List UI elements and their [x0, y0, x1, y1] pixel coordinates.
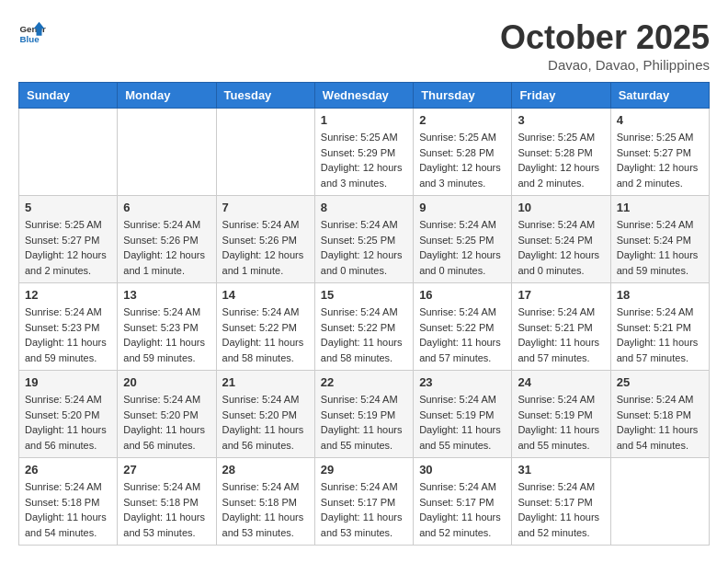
day-number: 26: [25, 463, 111, 477]
day-number: 17: [518, 288, 604, 302]
day-number: 1: [321, 113, 407, 127]
day-info: Sunrise: 5:24 AMSunset: 5:23 PMDaylight:…: [25, 304, 111, 365]
day-number: 15: [321, 288, 407, 302]
day-info: Sunrise: 5:24 AMSunset: 5:21 PMDaylight:…: [518, 304, 604, 365]
calendar-cell: 20Sunrise: 5:24 AMSunset: 5:20 PMDayligh…: [118, 371, 216, 458]
day-info: Sunrise: 5:24 AMSunset: 5:17 PMDaylight:…: [321, 479, 407, 540]
day-number: 21: [222, 375, 309, 389]
weekday-header-saturday: Saturday: [610, 83, 709, 109]
day-info: Sunrise: 5:24 AMSunset: 5:25 PMDaylight:…: [419, 217, 506, 278]
calendar-cell: 13Sunrise: 5:24 AMSunset: 5:23 PMDayligh…: [118, 283, 216, 371]
day-info: Sunrise: 5:25 AMSunset: 5:28 PMDaylight:…: [518, 130, 604, 190]
day-info: Sunrise: 5:24 AMSunset: 5:25 PMDaylight:…: [321, 217, 407, 278]
calendar-cell: 5Sunrise: 5:25 AMSunset: 5:27 PMDaylight…: [19, 196, 118, 283]
calendar-cell: 31Sunrise: 5:24 AMSunset: 5:17 PMDayligh…: [512, 458, 610, 546]
day-info: Sunrise: 5:24 AMSunset: 5:20 PMDaylight:…: [123, 392, 210, 453]
day-number: 18: [617, 288, 703, 302]
day-info: Sunrise: 5:24 AMSunset: 5:24 PMDaylight:…: [617, 217, 703, 278]
day-number: 11: [617, 201, 703, 214]
calendar-cell: [118, 109, 216, 196]
weekday-header-thursday: Thursday: [414, 83, 512, 109]
day-info: Sunrise: 5:24 AMSunset: 5:23 PMDaylight:…: [123, 304, 210, 365]
day-info: Sunrise: 5:24 AMSunset: 5:19 PMDaylight:…: [518, 392, 604, 453]
calendar-table: SundayMondayTuesdayWednesdayThursdayFrid…: [18, 82, 710, 546]
day-number: 23: [419, 375, 506, 389]
day-info: Sunrise: 5:24 AMSunset: 5:21 PMDaylight:…: [617, 304, 703, 365]
calendar-cell: 19Sunrise: 5:24 AMSunset: 5:20 PMDayligh…: [19, 371, 118, 458]
day-info: Sunrise: 5:24 AMSunset: 5:17 PMDaylight:…: [419, 479, 506, 540]
day-info: Sunrise: 5:25 AMSunset: 5:27 PMDaylight:…: [617, 130, 703, 190]
day-number: 8: [321, 201, 407, 214]
calendar-cell: [610, 458, 709, 546]
calendar-cell: 26Sunrise: 5:24 AMSunset: 5:18 PMDayligh…: [19, 458, 118, 546]
calendar-cell: 7Sunrise: 5:24 AMSunset: 5:26 PMDaylight…: [216, 196, 314, 283]
calendar-cell: [19, 109, 118, 196]
day-number: 6: [123, 201, 210, 214]
day-info: Sunrise: 5:25 AMSunset: 5:28 PMDaylight:…: [419, 130, 506, 190]
day-number: 31: [518, 463, 604, 477]
day-number: 2: [419, 113, 506, 127]
day-number: 12: [25, 288, 111, 302]
day-number: 27: [123, 463, 210, 477]
calendar-cell: 25Sunrise: 5:24 AMSunset: 5:18 PMDayligh…: [610, 371, 709, 458]
weekday-header-tuesday: Tuesday: [216, 83, 314, 109]
calendar-cell: 21Sunrise: 5:24 AMSunset: 5:20 PMDayligh…: [216, 371, 314, 458]
calendar-cell: [216, 109, 314, 196]
calendar-cell: 1Sunrise: 5:25 AMSunset: 5:29 PMDaylight…: [314, 109, 413, 196]
day-info: Sunrise: 5:24 AMSunset: 5:18 PMDaylight:…: [25, 479, 111, 540]
day-number: 14: [222, 288, 309, 302]
svg-text:General: General: [20, 24, 47, 34]
day-info: Sunrise: 5:24 AMSunset: 5:20 PMDaylight:…: [222, 392, 309, 453]
calendar-cell: 17Sunrise: 5:24 AMSunset: 5:21 PMDayligh…: [512, 283, 610, 371]
calendar-cell: 3Sunrise: 5:25 AMSunset: 5:28 PMDaylight…: [512, 109, 610, 196]
day-info: Sunrise: 5:24 AMSunset: 5:22 PMDaylight:…: [419, 304, 506, 365]
day-number: 28: [222, 463, 309, 477]
day-info: Sunrise: 5:25 AMSunset: 5:27 PMDaylight:…: [25, 217, 111, 278]
calendar-cell: 29Sunrise: 5:24 AMSunset: 5:17 PMDayligh…: [314, 458, 413, 546]
day-info: Sunrise: 5:24 AMSunset: 5:22 PMDaylight:…: [222, 304, 309, 365]
day-info: Sunrise: 5:24 AMSunset: 5:19 PMDaylight:…: [321, 392, 407, 453]
day-info: Sunrise: 5:25 AMSunset: 5:29 PMDaylight:…: [321, 130, 407, 190]
calendar-cell: 12Sunrise: 5:24 AMSunset: 5:23 PMDayligh…: [19, 283, 118, 371]
month-title: October 2025: [500, 18, 710, 57]
day-number: 30: [419, 463, 506, 477]
day-number: 29: [321, 463, 407, 477]
day-number: 9: [419, 201, 506, 214]
day-info: Sunrise: 5:24 AMSunset: 5:24 PMDaylight:…: [518, 217, 604, 278]
day-number: 19: [25, 375, 111, 389]
day-number: 5: [25, 201, 111, 214]
day-number: 10: [518, 201, 604, 214]
location-subtitle: Davao, Davao, Philippines: [500, 57, 710, 73]
day-info: Sunrise: 5:24 AMSunset: 5:18 PMDaylight:…: [123, 479, 210, 540]
day-number: 16: [419, 288, 506, 302]
calendar-cell: 2Sunrise: 5:25 AMSunset: 5:28 PMDaylight…: [414, 109, 512, 196]
calendar-cell: 16Sunrise: 5:24 AMSunset: 5:22 PMDayligh…: [414, 283, 512, 371]
day-number: 20: [123, 375, 210, 389]
weekday-header-sunday: Sunday: [19, 83, 118, 109]
calendar-cell: 28Sunrise: 5:24 AMSunset: 5:18 PMDayligh…: [216, 458, 314, 546]
calendar-cell: 24Sunrise: 5:24 AMSunset: 5:19 PMDayligh…: [512, 371, 610, 458]
day-number: 7: [222, 201, 309, 214]
day-number: 24: [518, 375, 604, 389]
calendar-cell: 9Sunrise: 5:24 AMSunset: 5:25 PMDaylight…: [414, 196, 512, 283]
day-number: 13: [123, 288, 210, 302]
weekday-header-friday: Friday: [512, 83, 610, 109]
day-number: 4: [617, 113, 703, 127]
calendar-cell: 14Sunrise: 5:24 AMSunset: 5:22 PMDayligh…: [216, 283, 314, 371]
day-info: Sunrise: 5:24 AMSunset: 5:26 PMDaylight:…: [222, 217, 309, 278]
calendar-cell: 22Sunrise: 5:24 AMSunset: 5:19 PMDayligh…: [314, 371, 413, 458]
day-info: Sunrise: 5:24 AMSunset: 5:18 PMDaylight:…: [222, 479, 309, 540]
day-info: Sunrise: 5:24 AMSunset: 5:17 PMDaylight:…: [518, 479, 604, 540]
calendar-cell: 30Sunrise: 5:24 AMSunset: 5:17 PMDayligh…: [414, 458, 512, 546]
day-info: Sunrise: 5:24 AMSunset: 5:20 PMDaylight:…: [25, 392, 111, 453]
day-number: 22: [321, 375, 407, 389]
calendar-cell: 27Sunrise: 5:24 AMSunset: 5:18 PMDayligh…: [118, 458, 216, 546]
calendar-cell: 10Sunrise: 5:24 AMSunset: 5:24 PMDayligh…: [512, 196, 610, 283]
weekday-header-wednesday: Wednesday: [314, 83, 413, 109]
calendar-cell: 18Sunrise: 5:24 AMSunset: 5:21 PMDayligh…: [610, 283, 709, 371]
day-info: Sunrise: 5:24 AMSunset: 5:22 PMDaylight:…: [321, 304, 407, 365]
day-info: Sunrise: 5:24 AMSunset: 5:19 PMDaylight:…: [419, 392, 506, 453]
day-info: Sunrise: 5:24 AMSunset: 5:26 PMDaylight:…: [123, 217, 210, 278]
calendar-cell: 15Sunrise: 5:24 AMSunset: 5:22 PMDayligh…: [314, 283, 413, 371]
calendar-cell: 11Sunrise: 5:24 AMSunset: 5:24 PMDayligh…: [610, 196, 709, 283]
